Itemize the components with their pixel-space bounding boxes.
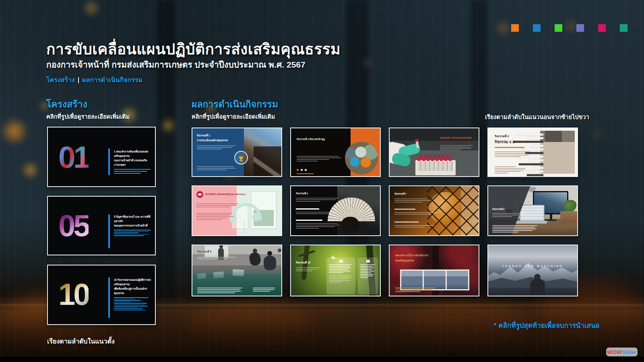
activity-slide-thumb-11[interactable]: คณะทำงานในการดำเนินงาน ส่งเสริมคุณธรรม <box>389 245 479 296</box>
text-line-placeholder <box>329 282 342 283</box>
person-head <box>278 249 281 252</box>
activity-slide-thumb-8[interactable]: กิจกรรมที่ 8 <box>487 185 578 236</box>
wowslider-badge[interactable]: WOWSlider <box>606 348 638 356</box>
slide-body-placeholder <box>296 211 341 215</box>
structure-slide-thumb-10[interactable]: 10 10 กิจกรรมตามแผนปฏิบัติการส่งเสริมคุณ… <box>47 265 156 325</box>
activity-slide-thumb-7[interactable]: กิจกรรมที่ 7 <box>389 185 479 236</box>
wooden-box <box>560 211 577 222</box>
activity-slide-thumb-9[interactable]: กิจกรรมที่ 9 <box>192 245 282 296</box>
palette-square <box>555 24 562 32</box>
text-line-placeholder <box>517 134 543 136</box>
slide-body-placeholder <box>197 165 239 171</box>
slide-body-placeholder <box>492 212 525 218</box>
text-line-placeholder <box>531 145 543 147</box>
plant <box>564 200 576 212</box>
slide-heading: 5 ปัญหาที่อยากแก้ และ ความดีที่อยากทำ <box>114 214 153 223</box>
text-line-placeholder <box>329 271 351 272</box>
test-tube <box>416 141 419 148</box>
content-panel <box>358 257 378 294</box>
text-line-placeholder <box>329 264 352 265</box>
text-line-placeholder <box>395 288 435 288</box>
award-badge <box>234 151 248 165</box>
slide-title: กิจกรรมที่ 9 <box>197 249 211 254</box>
text-line-placeholder <box>197 291 241 292</box>
text-line-placeholder <box>296 212 337 213</box>
text-line-placeholder <box>492 227 535 228</box>
structure-order-caption: เรียงตามลำดับในแนวตั้ง <box>47 336 115 346</box>
game-controller-icon <box>196 191 203 198</box>
text-line-placeholder <box>114 304 145 305</box>
monitor-stand <box>550 214 552 220</box>
text-line-placeholder <box>492 228 536 229</box>
slide-title: คณะทำงานในการดำเนินงาน ส่งเสริมคุณธรรม <box>395 253 456 263</box>
slide-body-placeholder <box>296 197 340 203</box>
text-line-placeholder <box>114 230 151 230</box>
text-line-placeholder <box>114 171 147 172</box>
text-line-placeholder <box>329 266 350 267</box>
activities-section-caption: คลิกที่รูปเพื่อดูรายละเอียดเพิ่มเติม <box>192 112 275 121</box>
text-line-placeholder <box>114 309 143 309</box>
text-line-placeholder <box>495 168 526 169</box>
activity-slide-thumb-5[interactable]: กิจกรรมที่ 5 งดรับของขวัญ No Gift Policy <box>192 185 282 236</box>
text-line-placeholder <box>495 155 529 156</box>
text-line-placeholder <box>329 269 348 270</box>
tube-bodies <box>418 161 453 171</box>
end-presentation-note: * คลิกที่รูปสุดท้ายเพื่อจบการนำเสนอ <box>494 320 600 331</box>
activity-slide-thumb-12[interactable]: THANKS FOR WATCHING <box>487 245 578 296</box>
nav-link-activities[interactable]: ผลการดำเนินกิจกรรม <box>82 76 142 83</box>
text-line-placeholder <box>296 267 320 268</box>
text-line-placeholder <box>527 174 543 176</box>
slide-number: 01 <box>58 142 89 173</box>
slide-body-placeholder <box>197 256 241 260</box>
subheading-placeholder <box>296 220 322 221</box>
nav-separator: | <box>78 76 79 83</box>
slide-heading: เพื่อขับเคลื่อนสู่การเป็นองค์กรคุณธรรม <box>114 286 153 295</box>
nav-links: โครงสร้าง|ผลการดำเนินกิจกรรม <box>46 75 142 85</box>
structure-section-heading: โครงสร้าง <box>46 97 87 111</box>
text-line-placeholder <box>492 215 519 216</box>
text-line-placeholder <box>114 297 149 298</box>
activity-slide-thumb-10[interactable]: กิจกรรมที่ 10 <box>290 245 381 296</box>
meeting-photo <box>447 271 468 289</box>
text-line-placeholder <box>495 171 521 172</box>
slide-heading: 10 กิจกรรมตามแผนปฏิบัติการส่งเสริมคุณธรร… <box>114 278 153 286</box>
slide-body-placeholder <box>196 202 242 208</box>
text-line-placeholder <box>492 216 512 217</box>
text-line-placeholder <box>114 299 135 300</box>
activity-slide-thumb-2[interactable]: กิจกรรมที่ 2 ตักบาตรทำบุญ <box>290 128 381 177</box>
divider-bar <box>108 214 110 248</box>
text-line-placeholder <box>394 202 423 203</box>
activity-slide-thumb-3[interactable]: กิจกรรมที่ 3 กิจกรรมบริจาคโลหิต <box>389 128 479 177</box>
text-line-placeholder <box>296 200 336 200</box>
slide-title-line: คณะทำงานในการดำเนินงาน <box>395 253 456 258</box>
slide-number: 10 <box>58 279 89 310</box>
structure-slide-thumb-01[interactable]: 01 1 คณะทำงานขับเคลื่อนแผนส่งเสริมคุณธรร… <box>47 127 156 187</box>
text-line-placeholder <box>492 232 518 232</box>
text-line-placeholder <box>394 199 427 200</box>
slide-body-placeholder <box>495 165 529 175</box>
text-line-placeholder <box>440 147 471 147</box>
slide-title: THANKS FOR WATCHING <box>488 265 577 267</box>
activity-slide-thumb-1[interactable]: กิจกรรมที่ 1 การประเมินองค์กรคุณธรรม <box>192 128 282 177</box>
text-line-placeholder <box>197 146 235 146</box>
text-line-placeholder <box>360 267 374 268</box>
text-line-placeholder <box>519 163 544 165</box>
slide-body-placeholder <box>440 144 475 151</box>
subheading-placeholder <box>394 209 415 210</box>
text-line-placeholder <box>495 173 508 174</box>
activity-slide-thumb-4[interactable]: กิจกรรมที่ 4 กิจกรรม 5 ส <box>487 128 578 177</box>
text-line-placeholder <box>197 259 228 259</box>
slide-title: กิจกรรมที่ 3 กิจกรรมบริจาคโลหิต <box>440 136 475 140</box>
text-line-placeholder <box>197 167 234 167</box>
text-line-placeholder <box>296 226 335 227</box>
text-line-placeholder <box>297 156 339 157</box>
nav-link-structure[interactable]: โครงสร้าง <box>46 76 75 83</box>
structure-slide-thumb-05[interactable]: 05 5 ปัญหาที่อยากแก้ และ ความดีที่อยากทำ… <box>47 196 156 255</box>
text-line-placeholder <box>394 200 430 201</box>
structure-section-caption: คลิกที่รูปเพื่อดูรายละเอียดเพิ่มเติม <box>46 112 130 121</box>
activity-slide-thumb-6[interactable]: กิจกรรมที่ 6 <box>290 185 381 236</box>
text-line-placeholder <box>196 207 230 208</box>
slide-body-placeholder <box>360 264 376 278</box>
text-line-placeholder <box>520 148 543 150</box>
palette-square <box>533 24 541 32</box>
